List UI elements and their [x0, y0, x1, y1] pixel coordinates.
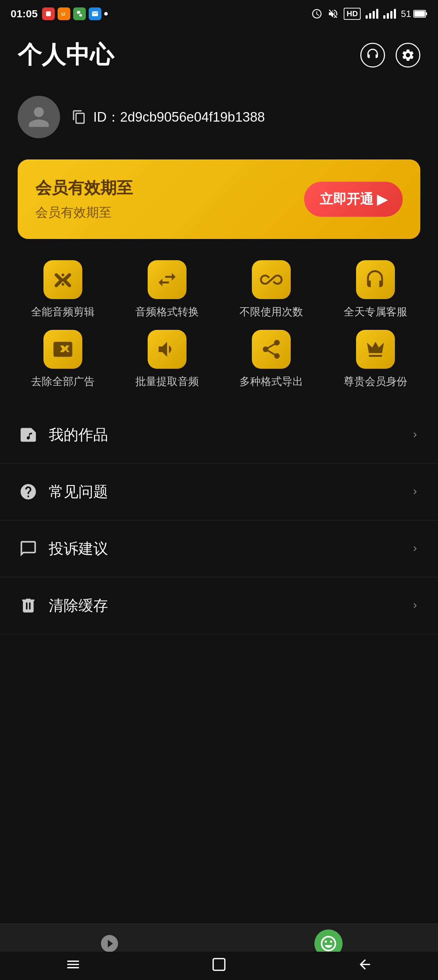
play-icon: ▶	[377, 192, 387, 207]
feature-label-4: 去除全部广告	[31, 374, 95, 389]
status-left: 01:05 12	[11, 8, 108, 20]
feature-item-5[interactable]: 批量提取音频	[118, 330, 216, 389]
chat-icon	[19, 539, 37, 558]
feature-item-2[interactable]: 不限使用次数	[222, 260, 320, 319]
android-menu-btn[interactable]	[65, 957, 81, 972]
svg-rect-4	[414, 11, 425, 17]
status-dot	[104, 12, 108, 16]
question-icon-wrap	[17, 481, 39, 503]
back-icon	[357, 957, 373, 972]
export-icon	[260, 338, 282, 361]
android-back-btn[interactable]	[357, 957, 373, 972]
avatar-icon	[27, 105, 51, 129]
profile-id-area: ID：2d9cb9056e04f19b1388	[71, 108, 421, 126]
app-icon-wechat	[73, 8, 86, 20]
activate-button[interactable]: 立即开通 ▶	[304, 182, 403, 217]
camera-icon	[99, 933, 120, 954]
battery-icon	[413, 10, 427, 18]
feature-icon-ad	[43, 330, 82, 369]
menu-item-works[interactable]: 我的作品	[0, 407, 438, 463]
app-icon-2: 12	[57, 8, 70, 20]
feature-label-3: 全天专属客服	[344, 305, 407, 319]
page-title: 个人中心	[17, 39, 114, 71]
menu-left-1: 常见问题	[17, 481, 108, 503]
menu-left-2: 投诉建议	[17, 538, 108, 559]
support-button[interactable]	[360, 43, 385, 67]
feature-label-6: 多种格式导出	[240, 374, 303, 389]
settings-button[interactable]	[396, 43, 421, 67]
user-id: ID：2d9cb9056e04f19b1388	[93, 108, 265, 126]
menu-item-cache[interactable]: 清除缓存	[0, 578, 438, 634]
feature-icon-scissors	[43, 260, 82, 299]
chevron-3	[410, 600, 421, 611]
feature-label-7: 尊贵会员身份	[344, 374, 407, 389]
profile-section: ID：2d9cb9056e04f19b1388	[0, 82, 438, 153]
alarm-icon	[311, 8, 322, 19]
chevron-right-icon-3	[410, 601, 420, 611]
id-prefix: ID：	[93, 110, 120, 124]
svg-text:2: 2	[63, 12, 65, 16]
menu-label-1: 常见问题	[49, 482, 108, 502]
menu-label-3: 清除缓存	[49, 596, 108, 616]
svg-rect-6	[213, 959, 225, 970]
chevron-1	[410, 487, 421, 497]
features-grid: 全能音频剪辑 音频格式转换 不限使用次数 全天专属客服	[0, 253, 438, 396]
status-right: HD 51	[311, 8, 427, 20]
copy-icon[interactable]	[71, 108, 87, 126]
crown-icon	[364, 338, 387, 361]
feature-label-2: 不限使用次数	[240, 305, 303, 319]
chat-icon-wrap	[17, 538, 39, 559]
feature-icon-waveform	[148, 330, 187, 369]
square-icon	[211, 957, 227, 972]
feature-label-5: 批量提取音频	[135, 374, 199, 389]
svg-rect-5	[425, 13, 427, 15]
menu-left-0: 我的作品	[17, 424, 108, 445]
status-time: 01:05	[11, 8, 38, 20]
feature-label-0: 全能音频剪辑	[31, 305, 95, 319]
copy-icon-svg	[72, 110, 87, 124]
membership-title: 会员有效期至	[35, 177, 133, 199]
status-bar: 01:05 12 HD	[0, 0, 438, 25]
header-icons	[360, 43, 421, 67]
chevron-right-icon-0	[410, 430, 420, 440]
feature-item-6[interactable]: 多种格式导出	[222, 330, 320, 389]
menu-item-feedback[interactable]: 投诉建议	[0, 520, 438, 578]
infinite-icon	[260, 268, 282, 291]
app-icon-4	[89, 8, 102, 20]
signal-bars-2	[383, 9, 396, 19]
feature-item-1[interactable]: 音频格式转换	[118, 260, 216, 319]
gear-icon	[401, 48, 415, 62]
menu-left-3: 清除缓存	[17, 595, 108, 616]
app-icon-1	[42, 8, 55, 20]
membership-text: 会员有效期至 会员有效期至	[35, 177, 133, 221]
battery: 51	[401, 8, 427, 19]
feature-icon-export	[252, 330, 291, 369]
feature-item-4[interactable]: 去除全部广告	[14, 330, 111, 389]
chevron-0	[410, 430, 421, 440]
chevron-right-icon-2	[410, 544, 420, 554]
android-home-btn[interactable]	[211, 957, 227, 972]
waveform-icon	[156, 338, 178, 361]
feature-item-3[interactable]: 全天专属客服	[327, 260, 424, 319]
menu-item-faq[interactable]: 常见问题	[0, 463, 438, 520]
folder-music-icon	[19, 426, 37, 444]
feature-icon-crown	[356, 330, 395, 369]
transfer-icon	[156, 268, 178, 291]
feature-item-0[interactable]: 全能音频剪辑	[14, 260, 111, 319]
id-value: 2d9cb9056e04f19b1388	[120, 110, 265, 124]
avatar	[17, 96, 60, 138]
status-icons: 12	[42, 8, 108, 20]
menu-section: 我的作品 常见问题 投诉建议	[0, 407, 438, 634]
membership-subtitle: 会员有效期至	[35, 204, 133, 221]
chevron-right-icon-1	[410, 487, 420, 497]
hd-badge: HD	[344, 8, 361, 20]
header: 个人中心	[0, 25, 438, 82]
scissors-icon	[52, 268, 74, 291]
battery-percent: 51	[401, 8, 411, 19]
folder-music-icon-wrap	[17, 424, 39, 445]
feature-item-7[interactable]: 尊贵会员身份	[327, 330, 424, 389]
svg-rect-0	[46, 11, 51, 16]
signal-bars-1	[366, 9, 378, 19]
trash-icon	[19, 597, 37, 615]
menu-label-2: 投诉建议	[49, 539, 108, 558]
